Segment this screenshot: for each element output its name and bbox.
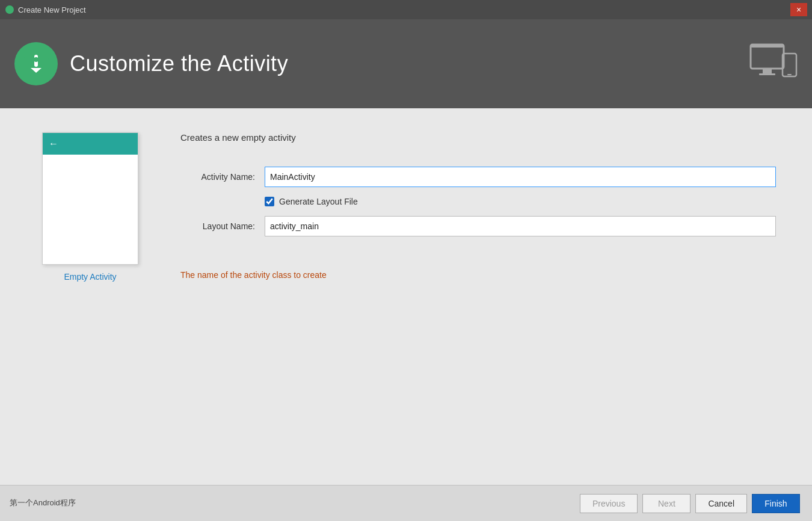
svg-point-0 bbox=[5, 5, 14, 14]
hint-text: The name of the activity class to create bbox=[180, 270, 776, 280]
generate-layout-checkbox[interactable] bbox=[265, 197, 274, 206]
window-title: Create New Project bbox=[18, 5, 86, 14]
android-logo bbox=[14, 42, 58, 85]
back-arrow-icon: ← bbox=[49, 138, 58, 149]
svg-rect-5 bbox=[751, 45, 784, 69]
device-illustration bbox=[749, 39, 798, 87]
previous-button[interactable]: Previous bbox=[580, 494, 638, 513]
activity-preview-bar: ← bbox=[43, 133, 138, 155]
content-area: ← Empty Activity Creates a new empty act… bbox=[0, 108, 812, 485]
generate-layout-group: Generate Layout File bbox=[265, 197, 776, 206]
layout-name-group: Layout Name: bbox=[180, 216, 776, 236]
bottom-text: 第一个Android程序 bbox=[0, 485, 76, 521]
cancel-button[interactable]: Cancel bbox=[695, 494, 747, 513]
svg-rect-7 bbox=[763, 69, 772, 73]
finish-button[interactable]: Finish bbox=[752, 494, 800, 513]
description-text: Creates a new empty activity bbox=[180, 132, 776, 143]
svg-rect-10 bbox=[787, 74, 792, 75]
left-panel: ← Empty Activity bbox=[36, 132, 144, 461]
activity-type-label: Empty Activity bbox=[64, 272, 116, 282]
layout-name-input[interactable] bbox=[265, 216, 776, 236]
activity-preview: ← bbox=[42, 132, 138, 265]
activity-name-input[interactable] bbox=[265, 167, 776, 187]
next-button[interactable]: Next bbox=[642, 494, 691, 513]
activity-name-label: Activity Name: bbox=[180, 172, 265, 182]
title-bar-left: Create New Project bbox=[5, 5, 86, 14]
svg-point-4 bbox=[34, 57, 38, 62]
device-icon bbox=[749, 39, 798, 89]
header: Customize the Activity bbox=[0, 19, 812, 108]
svg-rect-8 bbox=[759, 73, 775, 75]
title-bar: Create New Project × bbox=[0, 0, 812, 19]
close-button[interactable]: × bbox=[790, 3, 807, 16]
android-logo-svg bbox=[22, 50, 50, 78]
right-panel: Creates a new empty activity Activity Na… bbox=[180, 132, 776, 461]
header-left: Customize the Activity bbox=[14, 42, 288, 85]
page-title: Customize the Activity bbox=[70, 51, 288, 76]
activity-preview-body bbox=[43, 155, 138, 264]
app-icon bbox=[5, 5, 14, 14]
layout-name-label: Layout Name: bbox=[180, 221, 265, 231]
svg-rect-6 bbox=[751, 45, 784, 48]
generate-layout-label[interactable]: Generate Layout File bbox=[279, 197, 358, 206]
activity-name-group: Activity Name: bbox=[180, 167, 776, 187]
bottom-bar: 第一个Android程序 Previous Next Cancel Finish bbox=[0, 485, 812, 521]
